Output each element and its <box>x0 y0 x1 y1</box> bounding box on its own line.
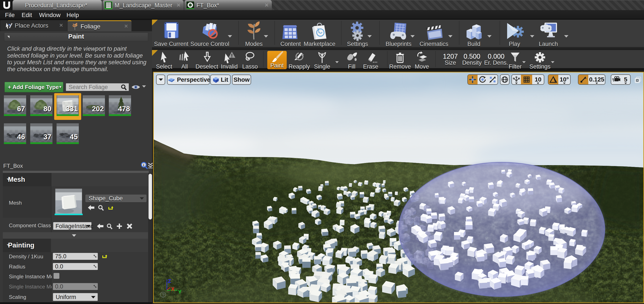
svg-text:Z: Z <box>168 278 171 284</box>
svg-text:?: ? <box>162 292 164 298</box>
svg-text:i: i <box>143 163 144 167</box>
svg-text:X: X <box>171 286 174 292</box>
svg-text:Y: Y <box>178 289 182 295</box>
